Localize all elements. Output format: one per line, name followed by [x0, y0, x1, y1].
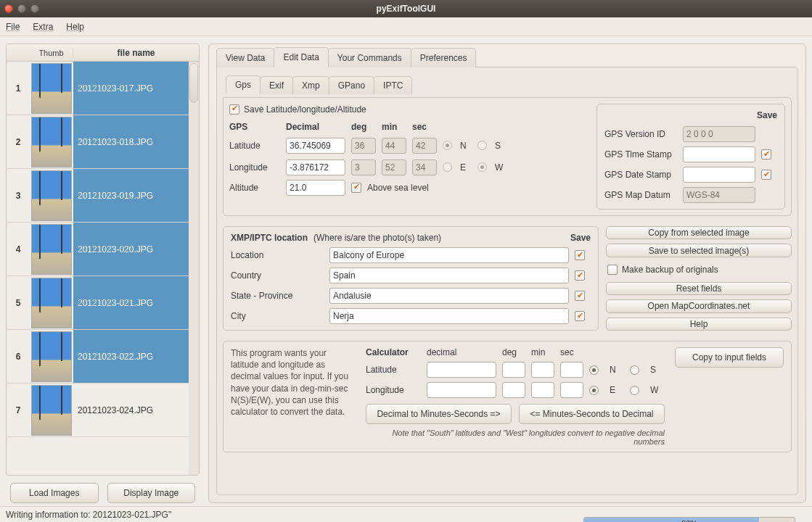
- table-row[interactable]: 220121023-018.JPG: [7, 115, 199, 169]
- window-maximize-button[interactable]: [30, 4, 39, 13]
- menu-file[interactable]: File: [6, 22, 20, 32]
- country-save-checkbox[interactable]: [575, 270, 585, 281]
- calc-lat-sec-input[interactable]: [560, 362, 583, 378]
- calc-lon-decimal-input[interactable]: [427, 382, 496, 398]
- window-close-button[interactable]: [4, 4, 13, 13]
- copy-to-input-fields-button[interactable]: Copy to input fields: [675, 347, 784, 368]
- menu-help[interactable]: Help: [66, 22, 84, 32]
- progress-text: 83%: [681, 519, 697, 522]
- subtab-xmp[interactable]: Xmp: [292, 76, 329, 94]
- save-to-selected-button[interactable]: Save to selected image(s): [606, 244, 792, 257]
- calc-title: Calculator: [366, 347, 421, 357]
- save-lla-checkbox[interactable]: [229, 104, 239, 115]
- gps-versionid-label: GPS Version ID: [604, 129, 677, 139]
- country-input[interactable]: [329, 268, 569, 283]
- decimal-to-dms-button[interactable]: Decimal to Minutes-Seconds =>: [366, 404, 512, 424]
- lat-n-radio: [443, 141, 452, 150]
- lat-sec-input: [412, 138, 437, 154]
- table-row[interactable]: 320121023-019.JPG: [7, 169, 199, 223]
- row-index: 4: [7, 244, 30, 254]
- file-table: Thumb file name 120121023-017.JPG2201210…: [6, 44, 200, 476]
- calc-min-head: min: [531, 347, 554, 357]
- display-image-button[interactable]: Display Image: [107, 483, 196, 503]
- state-input[interactable]: [329, 288, 569, 304]
- calc-lon-w-radio[interactable]: [630, 386, 639, 395]
- calc-lat-decimal-input[interactable]: [427, 362, 496, 378]
- col-thumb[interactable]: Thumb: [30, 49, 73, 57]
- above-sea-checkbox[interactable]: [351, 183, 361, 193]
- table-row[interactable]: 720121023-024.JPG: [7, 384, 199, 437]
- gps-datestamp-save-checkbox[interactable]: [761, 170, 771, 180]
- calc-sec-head: sec: [560, 347, 583, 357]
- thumbnail: [30, 169, 73, 223]
- gps-timestamp-input[interactable]: [683, 146, 755, 162]
- lat-decimal-input[interactable]: [286, 138, 345, 154]
- calc-lon-sec-input[interactable]: [560, 382, 583, 398]
- table-row[interactable]: 620121023-022.JPG: [7, 330, 199, 384]
- dms-to-decimal-button[interactable]: <= Minutes-Seconds to Decimal: [519, 404, 665, 424]
- window-minimize-button[interactable]: [17, 4, 26, 13]
- location-save-checkbox[interactable]: [575, 250, 585, 260]
- table-row[interactable]: 120121023-017.JPG: [7, 62, 199, 115]
- backup-checkbox[interactable]: [607, 265, 618, 275]
- load-images-button[interactable]: Load Images: [10, 483, 99, 503]
- calc-lon-min-input[interactable]: [531, 382, 554, 398]
- thumbnail: [30, 330, 73, 384]
- location-label: Location: [231, 250, 324, 260]
- gps-datestamp-input[interactable]: [683, 167, 755, 183]
- calc-lon-label: Longitude: [366, 385, 421, 395]
- col-filename[interactable]: file name: [73, 48, 199, 58]
- calc-lon-deg-input[interactable]: [502, 382, 525, 398]
- row-index: 3: [7, 191, 30, 201]
- alt-input[interactable]: [286, 180, 345, 196]
- progress-bar: 83%: [583, 517, 795, 522]
- scrollbar-handle[interactable]: [189, 63, 198, 103]
- help-button[interactable]: Help: [606, 318, 792, 331]
- calc-lat-min-input[interactable]: [531, 362, 554, 378]
- lat-min-input: [382, 138, 406, 154]
- calc-note: Note that "South" latitudes and "West" l…: [366, 428, 665, 446]
- city-save-checkbox[interactable]: [575, 311, 585, 321]
- lon-e-radio: [443, 162, 452, 172]
- menu-bar: File Extra Help: [0, 17, 812, 36]
- open-mapcoordinates-button[interactable]: Open MapCoordinates.net: [606, 299, 792, 312]
- gps-sec-head: sec: [412, 122, 437, 132]
- filename-cell: 20121023-021.JPG: [73, 276, 199, 329]
- calculator-help-text: This program wants your latitude and lon…: [231, 347, 356, 446]
- tab-edit-data[interactable]: Edit Data: [274, 47, 328, 67]
- filename-cell: 20121023-018.JPG: [73, 115, 199, 168]
- calc-lon-e-radio[interactable]: [589, 386, 599, 395]
- row-index: 2: [7, 137, 30, 147]
- filename-cell: 20121023-024.JPG: [73, 384, 199, 436]
- gps-decimal-head: Decimal: [286, 122, 345, 132]
- thumbnail: [30, 276, 73, 330]
- edit-subtabs: Gps Exif Xmp GPano IPTC: [226, 73, 792, 94]
- subtab-gps[interactable]: Gps: [226, 75, 261, 94]
- reset-fields-button[interactable]: Reset fields: [606, 282, 792, 295]
- menu-extra[interactable]: Extra: [33, 22, 53, 32]
- tab-view-data[interactable]: View Data: [216, 48, 274, 67]
- thumbnail: [30, 384, 73, 437]
- lat-deg-input: [351, 138, 376, 154]
- subtab-exif[interactable]: Exif: [260, 76, 293, 94]
- table-row[interactable]: 520121023-021.JPG: [7, 276, 199, 330]
- calc-lat-n-radio[interactable]: [589, 365, 599, 375]
- location-input[interactable]: [329, 247, 569, 263]
- state-save-checkbox[interactable]: [575, 291, 585, 301]
- row-index: 5: [7, 298, 30, 308]
- gps-timestamp-save-checkbox[interactable]: [761, 149, 771, 160]
- subtab-iptc[interactable]: IPTC: [374, 76, 412, 94]
- tab-preferences[interactable]: Preferences: [411, 48, 477, 67]
- calc-lat-deg-input[interactable]: [502, 362, 525, 378]
- city-input[interactable]: [329, 308, 569, 324]
- filename-cell: 20121023-020.JPG: [73, 223, 199, 276]
- lon-decimal-input[interactable]: [286, 160, 345, 175]
- tab-your-commands[interactable]: Your Commands: [328, 48, 411, 67]
- filename-cell: 20121023-022.JPG: [73, 330, 199, 383]
- calc-lat-s-radio[interactable]: [630, 365, 639, 375]
- subtab-gpano[interactable]: GPano: [329, 76, 374, 94]
- copy-from-selected-button[interactable]: Copy from selected image: [606, 226, 792, 239]
- file-table-scrollbar[interactable]: [189, 62, 199, 475]
- table-row[interactable]: 420121023-020.JPG: [7, 223, 199, 276]
- calc-lat-label: Latitude: [366, 365, 421, 375]
